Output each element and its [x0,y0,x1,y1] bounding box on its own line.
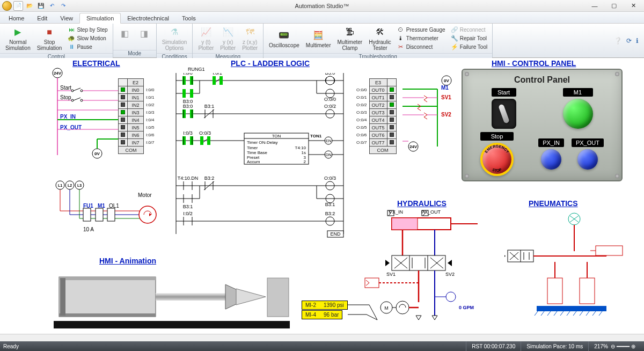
label-hyd-sv1: SV1 [386,272,396,277]
label-stop: Stop [60,94,71,100]
hmi-animation-piston [54,267,290,332]
svg-rect-76 [182,136,186,145]
qat-redo-icon[interactable]: ↷ [58,1,68,11]
minimize-button[interactable]: — [586,1,603,11]
normal-simulation-button[interactable]: ▶Normal Simulation [3,25,33,52]
clamp-icon: 🗜 [343,26,356,39]
tab-simulation[interactable]: Simulation [79,13,121,24]
svg-text:T4:10: T4:10 [295,145,306,150]
svg-text:I:0/3: I:0/3 [183,130,193,136]
slow-icon: 🐢 [68,35,75,42]
svg-rect-196 [537,306,606,311]
tab-edit[interactable]: Edit [31,13,54,23]
close-button[interactable]: ✕ [625,1,642,11]
status-ready: Ready [3,343,19,349]
svg-rect-39 [182,76,186,85]
oscilloscope-button[interactable]: 📟Oscilloscope [267,28,302,49]
svg-rect-33 [96,208,103,221]
simulation-options-button: ⚗Simulation Options [160,25,189,52]
ribbon-group-mode: ◧ ◨ Mode [113,24,157,57]
hmi-title: Control Panel [468,75,616,85]
svg-text:1s: 1s [302,150,306,155]
svg-text:M: M [384,305,389,311]
qat-open-icon[interactable]: 📂 [25,1,34,11]
hmi-m1-label: M1 [563,88,593,97]
hmi-pxout-label: PX_OUT [572,138,604,147]
zoom-out-icon[interactable]: ⊖ [611,343,615,349]
svg-text:O:0/3: O:0/3 [324,176,336,181]
svg-text:B3:2: B3:2 [204,176,215,181]
canvas[interactable]: ELECTRICAL PLC - LADDER LOGIC HMI - CONT… [0,58,644,341]
zoom-in-icon[interactable]: ⊕ [631,343,635,349]
refresh-icon[interactable]: ⟳ [626,37,632,45]
svg-text:B3:1: B3:1 [204,104,215,109]
svg-point-4 [71,90,74,92]
svg-text:Time Base: Time Base [247,150,267,155]
thermometer-button[interactable]: 🌡Thermometer [396,34,447,43]
svg-text:B3:0: B3:0 [183,104,193,109]
chart-icon: 📉 [222,26,235,39]
maximize-button[interactable]: ▢ [605,1,623,11]
svg-text:O:0/3: O:0/3 [199,130,211,136]
svg-text:L1: L1 [58,184,62,187]
svg-text:EN: EN [325,138,331,143]
label-m1-out: M1 [441,85,449,91]
label-10a: 10 A [83,226,94,232]
hmi-emergency-stop-button[interactable]: EMERGENCY STOP [480,143,514,176]
svg-text:0V: 0V [444,78,449,83]
svg-rect-48 [219,76,223,85]
svg-rect-149 [59,277,156,280]
svg-text:Accum: Accum [247,159,260,164]
app-logo-icon[interactable] [2,1,12,11]
stop-simulation-button[interactable]: ■Stop Simulation [35,25,64,52]
status-zoom[interactable]: 217% ⊖ ━━━━ ⊕ [588,341,641,351]
svg-rect-64 [182,109,186,118]
multimeter-button[interactable]: 🧮Multimeter [304,28,333,49]
tab-tools[interactable]: Tools [175,13,202,23]
svg-line-203 [573,311,576,316]
repair-tool-button[interactable]: 🔧Repair Tool [449,34,489,43]
disconnect-button[interactable]: ✂Disconnect [396,43,447,52]
svg-rect-85 [207,136,210,145]
yx-plotter-button: 📉y (x) Plotter [218,25,238,52]
svg-line-10 [74,98,80,100]
svg-rect-56 [182,89,186,98]
io-module-e2[interactable]: E2 IN0I:0/0 IN1I:0/1 IN2I:0/2 IN3I:0/3 I… [118,78,157,154]
svg-line-200 [554,311,557,316]
svg-text:O:0/2: O:0/2 [324,104,336,109]
qat-new-icon[interactable]: 📄 [13,1,23,11]
flask-icon: ⚗ [168,26,181,39]
tab-view[interactable]: View [54,13,79,23]
svg-text:I:0/1: I:0/1 [213,73,222,76]
label-hyd-pxin: PX_IN [389,209,403,215]
label-px-out: PX_OUT [60,125,82,130]
io-module-e3[interactable]: E3 O:0/0OUT0 O:0/1OUT1 O:0/2OUT2 O:0/3OU… [354,78,397,154]
gauge-icon: 🛠 [374,26,386,39]
section-hydraulics: HYDRAULICS [397,199,447,208]
slow-motion-button[interactable]: 🐢Slow Motion [66,34,109,43]
failure-tool-button[interactable]: ⚡Failure Tool [449,43,489,52]
qat-save-icon[interactable]: 💾 [36,1,46,11]
svg-text:STOP: STOP [492,167,502,173]
help-icon[interactable]: ❔ [614,37,622,45]
tab-electrotechnical[interactable]: Electrotechnical [121,13,175,23]
tab-home[interactable]: Home [2,13,31,23]
svg-point-9 [71,99,74,101]
label-hyd-pxout: PX_OUT [421,209,441,215]
statusbar: Ready RST 00:00:07.230 Simulation Pace: … [0,341,644,351]
clamp-button[interactable]: 🗜Multimeter Clamp [335,25,364,52]
svg-rect-151 [60,278,65,316]
step-by-step-button[interactable]: ⏭Step by Step [66,26,109,34]
hydraulic-tester-button[interactable]: 🛠Hydraulic Tester [367,25,393,52]
ribbon-group-troubleshooting: 📟Oscilloscope 🧮Multimeter 🗜Multimeter Cl… [264,24,493,57]
svg-rect-40 [190,76,193,85]
svg-text:TON1: TON1 [310,134,322,138]
horizontal-scrollbar[interactable] [0,334,644,341]
ribbon-group-measuring: 📈y (t) Plotter 📉y (x) Plotter 🗺z (x,y) P… [193,24,264,57]
pressure-gauge-button[interactable]: ⏲Pressure Gauge [396,26,447,34]
pause-button[interactable]: ⏸Pause [66,43,109,52]
hmi-start-switch[interactable] [492,99,516,129]
hmi-control-panel[interactable]: Control Panel Start M1 Stop EMERGENCY ST… [462,69,623,181]
qat-undo-icon[interactable]: ↶ [47,1,57,11]
info-icon[interactable]: ℹ [636,37,639,45]
